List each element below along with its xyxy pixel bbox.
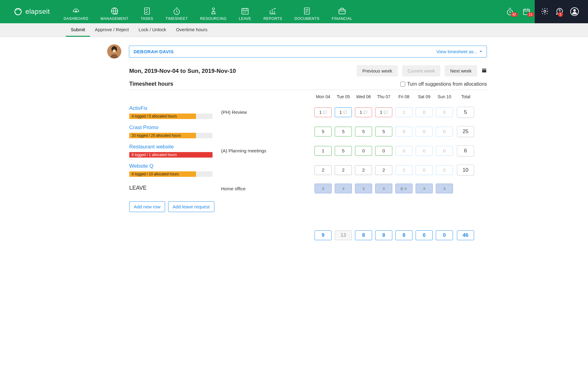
hours-cell[interactable]: 0 bbox=[395, 146, 413, 156]
svg-rect-19 bbox=[364, 111, 367, 113]
nav-reports[interactable]: REPORTS bbox=[257, 0, 288, 23]
nav-leave[interactable]: LEAVE bbox=[233, 0, 257, 23]
hours-cell[interactable]: 2 bbox=[315, 165, 332, 175]
svg-rect-18 bbox=[343, 111, 347, 113]
hours-cell[interactable]: 1 bbox=[355, 107, 372, 117]
financial-icon bbox=[338, 7, 346, 15]
hours-cell[interactable]: 1 bbox=[335, 107, 352, 117]
calendar-badge: 11 bbox=[527, 12, 534, 17]
logo[interactable]: elapseit bbox=[0, 7, 58, 16]
lock-icon bbox=[423, 187, 426, 190]
project-link[interactable]: Website Q bbox=[129, 163, 153, 169]
documents-icon bbox=[303, 7, 311, 15]
previous-week-button[interactable]: Previous week bbox=[357, 65, 398, 76]
hours-cell[interactable]: 2 bbox=[395, 165, 413, 175]
nav-financial[interactable]: FINANCIAL bbox=[326, 0, 358, 23]
hours-cell[interactable]: 5 bbox=[355, 127, 372, 136]
hours-cell[interactable]: 5 bbox=[315, 127, 332, 136]
day-total: 8 bbox=[395, 230, 413, 240]
suggestions-toggle[interactable]: Turn off suggestions from allocations bbox=[400, 81, 487, 87]
hours-cell[interactable]: 2 bbox=[375, 165, 392, 175]
hours-cell[interactable]: 1 bbox=[375, 107, 392, 117]
svg-rect-20 bbox=[384, 111, 387, 113]
hours-title: Timesheet hours bbox=[129, 81, 173, 87]
view-timesheet-link[interactable]: View timesheet as... bbox=[436, 49, 482, 54]
brand-icon bbox=[14, 7, 22, 16]
user-name: DEBORAH DAVIS bbox=[134, 49, 174, 54]
project-link[interactable]: ActivFix bbox=[129, 105, 148, 111]
svg-rect-22 bbox=[342, 188, 344, 189]
project-link[interactable]: Crast Promo bbox=[129, 125, 158, 131]
day-header: Mon 04 bbox=[313, 94, 333, 99]
hours-cell[interactable]: 0 bbox=[416, 146, 433, 156]
nav-management[interactable]: MANAGEMENT bbox=[94, 0, 134, 23]
profile-avatar[interactable] bbox=[570, 7, 579, 16]
resourcing-icon bbox=[209, 7, 218, 15]
leave-task: Home office bbox=[221, 186, 246, 191]
row-total: 5 bbox=[457, 107, 474, 118]
hours-cell[interactable]: 1 bbox=[315, 107, 332, 117]
svg-point-12 bbox=[573, 9, 576, 12]
subtab-approve-reject[interactable]: Approve / Reject bbox=[90, 23, 134, 37]
hours-cell[interactable]: 1 bbox=[315, 146, 332, 156]
hours-cell[interactable]: 0 bbox=[436, 127, 453, 136]
comment-icon bbox=[343, 110, 347, 114]
hours-cell[interactable]: 0 bbox=[436, 107, 453, 117]
svg-rect-26 bbox=[423, 188, 425, 189]
nav-dashboard[interactable]: DASHBOARD bbox=[58, 0, 95, 23]
next-week-button[interactable]: Next week bbox=[445, 65, 477, 76]
project-link[interactable]: Restaurant website bbox=[129, 144, 174, 150]
row-total: 10 bbox=[457, 165, 474, 176]
svg-rect-27 bbox=[443, 188, 445, 189]
nav-documents[interactable]: DOCUMENTS bbox=[288, 0, 326, 23]
dashboard-icon bbox=[72, 7, 80, 15]
hours-cell[interactable]: 0 bbox=[375, 146, 392, 156]
subtab-submit[interactable]: Submit bbox=[66, 23, 90, 37]
svg-rect-3 bbox=[145, 8, 149, 14]
hours-cell[interactable]: 0 bbox=[355, 146, 372, 156]
hours-cell[interactable]: 1 bbox=[395, 107, 413, 117]
lock-icon bbox=[342, 187, 345, 190]
nav-tasks[interactable]: TASKS bbox=[134, 0, 159, 23]
row-total: 6 bbox=[457, 145, 474, 156]
help-icon[interactable]: 1 bbox=[556, 7, 564, 16]
hours-cell[interactable]: 0 bbox=[416, 107, 433, 117]
day-header: Tue 05 bbox=[333, 94, 353, 99]
hours-cell[interactable]: 5 bbox=[395, 127, 413, 136]
nav-resourcing[interactable]: RESOURCING bbox=[194, 0, 233, 23]
progress-bar: 4 logged / 5 allocated hours bbox=[129, 114, 213, 119]
hours-cell[interactable]: 5 bbox=[335, 146, 352, 156]
hours-cell[interactable]: 0 bbox=[416, 127, 433, 136]
add-leave-button[interactable]: Add leave request bbox=[168, 201, 214, 212]
leave-row-name: LEAVE bbox=[129, 185, 147, 191]
hours-cell[interactable]: 0 bbox=[436, 165, 453, 175]
hours-cell[interactable]: 5 bbox=[375, 127, 392, 136]
current-week-button[interactable]: Current week bbox=[402, 65, 440, 76]
user-avatar[interactable] bbox=[107, 44, 121, 58]
subtab-lock-unlock[interactable]: Lock / Unlock bbox=[134, 23, 171, 37]
hours-cell[interactable]: 2 bbox=[355, 165, 372, 175]
svg-rect-25 bbox=[405, 188, 407, 189]
leave-cell bbox=[315, 184, 332, 193]
suggestions-checkbox[interactable] bbox=[400, 82, 405, 87]
hours-cell[interactable]: 5 bbox=[335, 127, 352, 136]
add-new-row-button[interactable]: Add new row bbox=[129, 201, 165, 212]
timer-notif[interactable]: 42 bbox=[502, 7, 518, 16]
comment-icon bbox=[363, 110, 368, 114]
reports-icon bbox=[269, 7, 277, 15]
grand-total: 46 bbox=[457, 230, 474, 240]
svg-point-11 bbox=[544, 10, 546, 12]
hours-cell[interactable]: 0 bbox=[416, 165, 433, 175]
task-name: (A) Planning meetings bbox=[221, 148, 266, 153]
settings-icon[interactable] bbox=[541, 7, 549, 16]
leave-cell bbox=[335, 184, 352, 193]
nav-timesheet[interactable]: TIMESHEET bbox=[159, 0, 194, 23]
leave-cell: 8 bbox=[395, 184, 413, 193]
calendar-icon[interactable] bbox=[481, 68, 487, 74]
hours-cell[interactable]: 0 bbox=[436, 146, 453, 156]
leave-cell bbox=[355, 184, 372, 193]
calendar-notif[interactable]: 11 bbox=[518, 7, 535, 16]
hours-cell[interactable]: 2 bbox=[335, 165, 352, 175]
subtab-overtime-hours[interactable]: Overtime hours bbox=[171, 23, 213, 37]
lock-icon bbox=[382, 187, 386, 190]
